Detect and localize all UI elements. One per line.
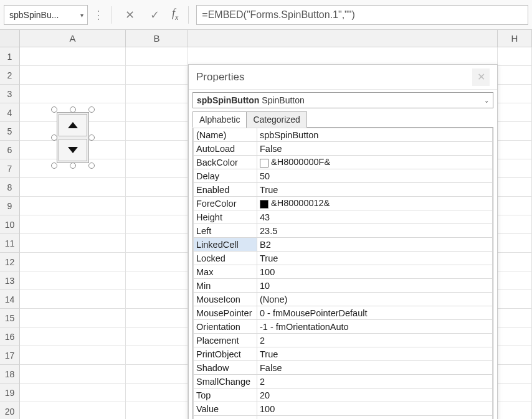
resize-handle-tm[interactable] [70,106,76,113]
property-row[interactable]: (Name)spbSpinButton [194,128,493,142]
row-header[interactable]: 18 [0,365,20,384]
row-header[interactable]: 8 [0,178,20,197]
cell[interactable] [20,178,126,197]
cell[interactable] [126,271,188,290]
cell[interactable] [20,47,126,66]
cell[interactable] [498,215,532,234]
cell[interactable] [20,384,126,402]
property-name[interactable]: MouseIcon [194,293,257,306]
cell[interactable] [126,365,188,384]
property-row[interactable]: Delay50 [194,169,493,183]
cell[interactable] [498,365,532,384]
cell[interactable] [20,327,126,346]
resize-handle-mr[interactable] [88,134,95,141]
cell[interactable] [126,290,188,309]
property-row[interactable]: AutoLoadFalse [194,142,493,156]
cell[interactable] [498,402,532,419]
property-value[interactable]: 2 [257,334,493,347]
cell[interactable] [498,178,532,197]
property-value[interactable]: False [257,142,493,156]
property-value[interactable]: spbSpinButton [257,128,493,142]
property-value[interactable]: &H8000000F& [257,156,493,169]
property-row[interactable]: PrintObjectTrue [194,347,493,361]
property-value[interactable]: B2 [257,238,493,252]
cell[interactable] [126,103,188,122]
property-name[interactable]: Top [194,388,257,402]
resize-handle-br[interactable] [88,162,95,169]
property-name[interactable]: (Name) [194,128,257,142]
property-row[interactable]: Left23.5 [194,224,493,238]
cell[interactable] [20,197,126,215]
cell[interactable] [498,122,532,141]
property-value[interactable]: (None) [257,293,493,306]
property-value[interactable]: &H80000012& [257,197,493,210]
options-dots-icon[interactable]: ⋮ [93,8,104,22]
row-header[interactable]: 7 [0,159,20,178]
property-name[interactable]: Placement [194,334,257,347]
cell[interactable] [498,271,532,290]
property-name[interactable]: Left [194,224,257,238]
property-row[interactable]: VisibleTrue [194,416,493,420]
property-row[interactable]: Min10 [194,279,493,293]
close-icon[interactable]: ✕ [472,68,490,86]
cell[interactable] [498,290,532,309]
column-header-A[interactable]: A [20,30,126,47]
confirm-icon[interactable]: ✓ [145,5,164,25]
property-name[interactable]: Shadow [194,361,257,375]
property-value[interactable]: 0 - fmMousePointerDefault [257,306,493,320]
property-name[interactable]: Height [194,210,257,224]
property-name[interactable]: BackColor [194,156,257,169]
cell[interactable] [20,365,126,384]
property-value[interactable]: True [257,183,493,197]
cell[interactable] [126,402,188,419]
cell[interactable] [498,103,532,122]
property-name[interactable]: LinkedCell [194,238,257,252]
property-value[interactable]: 23.5 [257,224,493,238]
object-selector[interactable]: spbSpinButton SpinButton ⌄ [192,92,493,108]
row-header[interactable]: 6 [0,141,20,159]
property-name[interactable]: Enabled [194,183,257,197]
properties-titlebar[interactable]: Properties ✕ [189,65,497,90]
property-name[interactable]: Locked [194,252,257,265]
cell[interactable] [126,85,188,103]
property-value[interactable]: 2 [257,375,493,388]
property-value[interactable]: 10 [257,279,493,293]
cell[interactable] [498,384,532,402]
fx-icon[interactable]: fx [169,7,181,22]
property-value[interactable]: 50 [257,169,493,183]
cell[interactable] [498,327,532,346]
property-name[interactable]: Orientation [194,320,257,334]
cell[interactable] [498,47,532,66]
property-value[interactable]: True [257,416,493,420]
row-header[interactable]: 19 [0,384,20,402]
select-all-corner[interactable] [0,30,20,47]
property-value[interactable]: False [257,361,493,375]
row-header[interactable]: 16 [0,327,20,346]
cell[interactable] [20,290,126,309]
property-row[interactable]: Top20 [194,388,493,402]
cell[interactable] [20,66,126,85]
cell[interactable] [126,309,188,327]
tab-alphabetic[interactable]: Alphabetic [192,111,247,128]
cell[interactable] [498,234,532,253]
property-name[interactable]: Value [194,402,257,416]
cell[interactable] [20,215,126,234]
cell[interactable] [498,253,532,271]
resize-handle-ml[interactable] [51,134,57,141]
cell[interactable] [126,197,188,215]
cell[interactable] [126,159,188,178]
cell[interactable] [498,66,532,85]
properties-window[interactable]: Properties ✕ spbSpinButton SpinButton ⌄ … [188,64,498,419]
chevron-down-icon[interactable]: ⌄ [484,97,489,104]
row-header[interactable]: 5 [0,122,20,141]
column-header-H[interactable]: H [498,30,532,47]
row-header[interactable]: 3 [0,85,20,103]
resize-handle-tr[interactable] [88,106,95,113]
cell[interactable] [126,215,188,234]
property-row[interactable]: BackColor&H8000000F& [194,156,493,169]
row-header[interactable]: 15 [0,309,20,327]
cancel-icon[interactable]: ✕ [120,5,140,25]
chevron-down-icon[interactable]: ▾ [80,11,83,18]
property-row[interactable]: Value100 [194,402,493,416]
row-header[interactable]: 17 [0,346,20,365]
